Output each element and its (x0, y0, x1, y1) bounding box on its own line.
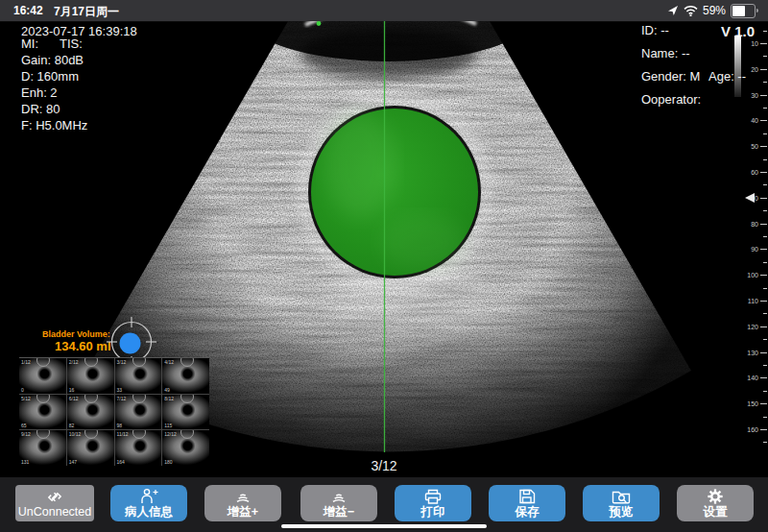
print-button-label: 打印 (421, 505, 445, 519)
thumbnail-scan-plane[interactable]: 10/12147 (67, 430, 114, 466)
enh-value: Enh: 2 (21, 85, 58, 100)
thumbnail-index: 11/12 (117, 431, 129, 437)
clock-time: 16:42 (13, 4, 43, 17)
gain-value: Gain: 80dB (21, 53, 84, 67)
bladder-volume-value: 134.60 ml (55, 339, 111, 353)
gain-waves-icon (232, 489, 253, 505)
depth-value: D: 160mm (21, 69, 79, 84)
gain-waves-icon (328, 489, 349, 505)
patient-add-icon (138, 489, 159, 505)
patient-info-button[interactable]: 病人信息 (110, 485, 187, 521)
print-button[interactable]: 打印 (395, 485, 471, 521)
frame-indicator: 3/12 (346, 458, 422, 473)
operator-label: Ooperator: (641, 92, 701, 107)
target-dot (120, 333, 141, 354)
patient-id: ID: -- (641, 23, 669, 37)
thumbnail-angle: 33 (117, 387, 123, 393)
thumbnail-scan-plane[interactable]: 6/1282 (67, 395, 114, 430)
location-arrow-icon (667, 5, 679, 16)
freq-value: F: H5.0MHz (21, 118, 87, 133)
thumbnail-angle: 131 (21, 459, 29, 465)
save-icon (517, 489, 537, 505)
patient-gender: Gender: M (641, 69, 700, 84)
gain-minus-button[interactable]: 增益− (300, 485, 377, 521)
thumbnail-index: 1/12 (21, 359, 31, 365)
thumbnail-index: 10/12 (69, 431, 82, 437)
thumbnail-scan-plane[interactable]: 7/1298 (115, 395, 162, 430)
thumbnail-angle: 164 (117, 459, 125, 465)
gear-icon (706, 489, 725, 505)
thumbnail-scan-plane[interactable]: 11/12164 (115, 430, 162, 466)
patient-age: Age: -- (708, 69, 746, 84)
patient-info-button-label: 病人信息 (125, 505, 173, 519)
battery-icon (731, 4, 758, 18)
thumbnail-angle: 0 (21, 387, 24, 393)
battery-percent: 59% (703, 4, 726, 17)
thumbnail-scan-plane[interactable]: 12/12180 (162, 430, 209, 466)
grayscale-bar (734, 36, 741, 97)
thumbnail-index: 7/12 (117, 396, 127, 401)
thumbnail-angle: 16 (69, 387, 75, 393)
status-dot-green (317, 21, 322, 26)
thumbnail-index: 6/12 (69, 396, 79, 401)
printer-icon (422, 489, 444, 505)
thumbnail-index: 5/12 (21, 396, 31, 401)
bladder-volume-label: Bladder Volume: (42, 329, 110, 339)
thumbnail-index: 8/12 (164, 396, 174, 401)
gain-minus-button-label: 增益− (324, 505, 354, 519)
thumbnail-angle: 49 (164, 387, 170, 393)
tis-label: TIS: (60, 36, 83, 51)
thumbnail-scan-plane[interactable]: 4/1249 (162, 358, 209, 394)
status-date: 7月17日周一 (54, 4, 119, 20)
mi-label: MI: (21, 36, 38, 51)
thumbnail-angle: 82 (69, 423, 75, 428)
settings-button-label: 设置 (704, 505, 728, 519)
dr-value: DR: 80 (21, 102, 60, 116)
thumbnail-scan-plane[interactable]: 2/1216 (67, 358, 114, 394)
disconnect-icon (44, 489, 65, 505)
thumbnail-angle: 115 (164, 423, 172, 428)
folder-search-icon (611, 489, 632, 505)
settings-button[interactable]: 设置 (677, 485, 754, 521)
thumbnail-angle: 147 (69, 459, 77, 465)
thumbnail-index: 3/12 (117, 359, 127, 365)
thumbnail-scan-plane[interactable]: 9/12131 (19, 430, 66, 466)
thumbnail-index: 4/12 (164, 359, 174, 365)
save-button-label: 保存 (516, 505, 540, 519)
scan-plane-thumbnails: 1/1202/12163/12334/12495/12656/12827/129… (19, 357, 209, 466)
thumbnail-angle: 98 (117, 423, 123, 428)
patient-name: Name: -- (641, 46, 690, 60)
thumbnail-scan-plane[interactable]: 5/1265 (19, 395, 66, 430)
thumbnail-index: 9/12 (21, 431, 31, 437)
thumbnail-scan-plane[interactable]: 3/1233 (115, 358, 162, 394)
connect-button[interactable]: UnConnected (15, 485, 94, 521)
preview-button-label: 预览 (610, 505, 634, 519)
thumbnail-index: 12/12 (164, 431, 177, 437)
gain-plus-button[interactable]: 增益+ (204, 485, 281, 521)
connect-button-label: UnConnected (18, 505, 91, 519)
wifi-icon (684, 6, 698, 16)
status-bar: 16:42 7月17日周一 59% (0, 0, 768, 22)
thumbnail-angle: 180 (164, 459, 172, 465)
home-indicator[interactable] (281, 524, 487, 528)
thumbnail-scan-plane[interactable]: 8/12115 (162, 395, 209, 430)
thumbnail-scan-plane[interactable]: 1/120 (19, 358, 66, 394)
thumbnail-angle: 65 (21, 423, 27, 428)
thumbnail-index: 2/12 (69, 359, 79, 365)
preview-button[interactable]: 预览 (583, 485, 660, 521)
save-button[interactable]: 保存 (489, 485, 565, 521)
gain-plus-button-label: 增益+ (228, 505, 258, 519)
